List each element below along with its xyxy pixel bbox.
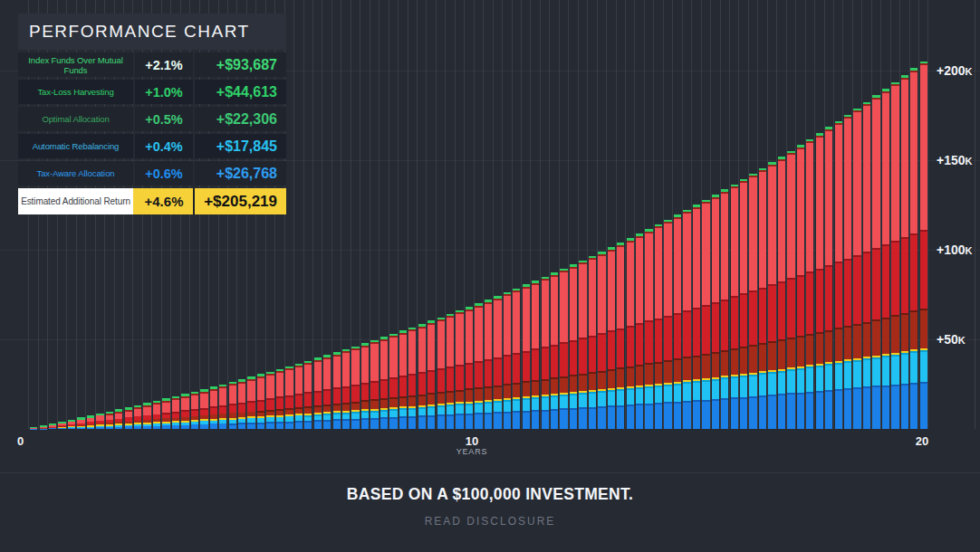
segment-tax-aware-allocation xyxy=(437,414,445,429)
stacked-bar-year-0.6 xyxy=(49,424,56,429)
x-tick-10: 10 xyxy=(436,434,508,448)
read-disclosure-link[interactable]: READ DISCLOSURE xyxy=(0,515,980,528)
segment-automatic-rebalancing xyxy=(456,404,463,414)
segment-tax-loss-harvesting xyxy=(655,319,662,362)
stacked-bar-year-11.2 xyxy=(523,284,530,429)
segment-tax-aware-allocation xyxy=(456,414,463,429)
stacked-bar-year-5.5 xyxy=(266,372,274,430)
segment-tax-loss-harvesting xyxy=(532,348,539,380)
stacked-bar-year-13.7 xyxy=(636,233,643,429)
segment-tax-loss-harvesting xyxy=(787,278,794,338)
segment-index-funds xyxy=(456,312,463,365)
segment-optimal-allocation xyxy=(304,406,312,414)
segment-optimal-allocation xyxy=(617,367,624,387)
segment-automatic-rebalancing xyxy=(627,388,634,404)
segment-tax-loss-harvesting xyxy=(636,323,643,365)
legend-row-1: Index Funds Over Mutual Funds+2.1%+$93,6… xyxy=(18,52,286,77)
stacked-bar-year-10.1 xyxy=(475,303,482,429)
legend-total-label: Estimated Additional Return xyxy=(18,188,133,214)
segment-automatic-rebalancing xyxy=(759,373,766,395)
segment-automatic-rebalancing xyxy=(901,353,908,384)
segment-tax-aware-allocation xyxy=(494,412,501,429)
segment-tax-aware-allocation xyxy=(143,426,150,429)
stacked-bar-year-16.2 xyxy=(749,174,756,429)
segment-index-funds xyxy=(570,267,577,340)
stacked-bar-year-5.1 xyxy=(247,376,255,429)
segment-tax-loss-harvesting xyxy=(485,359,492,386)
segment-optimal-allocation xyxy=(351,402,359,410)
segment-tax-aware-allocation xyxy=(579,407,586,429)
segment-index-funds xyxy=(513,290,520,353)
segment-automatic-rebalancing xyxy=(380,410,388,417)
stacked-bar-year-11.4 xyxy=(532,281,539,429)
stacked-bar-year-17.1 xyxy=(787,151,794,429)
stacked-bar-year-8.0 xyxy=(380,337,388,429)
segment-index-funds xyxy=(229,384,236,404)
gridline-horizontal xyxy=(0,250,980,251)
segment-tax-aware-allocation xyxy=(87,428,94,429)
stacked-bar-year-5.3 xyxy=(257,374,264,429)
segment-tax-aware-allocation xyxy=(323,420,331,429)
legend-row-value: +$26,768 xyxy=(195,161,286,186)
legend-panel: PERFORMANCE CHART Index Funds Over Mutua… xyxy=(18,14,286,214)
segment-optimal-allocation xyxy=(853,324,860,358)
segment-index-funds xyxy=(731,186,738,296)
segment-tax-loss-harvesting xyxy=(749,290,756,345)
stacked-bar-year-2.9 xyxy=(153,401,160,429)
segment-automatic-rebalancing xyxy=(361,411,369,418)
segment-tax-aware-allocation xyxy=(266,422,274,429)
segment-optimal-allocation xyxy=(589,372,596,390)
stacked-bar-year-4.2 xyxy=(210,386,217,429)
segment-tax-loss-harvesting xyxy=(494,357,501,385)
segment-tax-aware-allocation xyxy=(475,413,482,429)
segment-tax-aware-allocation xyxy=(181,425,188,429)
segment-index-funds xyxy=(408,329,416,374)
segment-index-funds xyxy=(863,104,870,252)
segment-tax-loss-harvesting xyxy=(333,387,341,403)
segment-optimal-allocation xyxy=(323,404,331,412)
y-tick-suffix: K xyxy=(966,156,973,167)
segment-tax-loss-harvesting xyxy=(437,368,445,392)
segment-automatic-rebalancing xyxy=(542,396,549,409)
segment-optimal-allocation xyxy=(532,380,539,395)
segment-automatic-rebalancing xyxy=(872,357,879,386)
stacked-bar-year-15.6 xyxy=(721,189,728,429)
segment-index-funds xyxy=(787,153,794,278)
segment-automatic-rebalancing xyxy=(532,397,539,410)
stacked-bar-year-15.8 xyxy=(731,185,738,430)
segment-index-funds xyxy=(901,78,908,237)
segment-index-funds xyxy=(143,405,150,415)
segment-automatic-rebalancing xyxy=(589,392,596,406)
segment-tax-aware-allocation xyxy=(589,407,596,429)
segment-index-funds xyxy=(285,368,293,395)
segment-tax-aware-allocation xyxy=(361,418,369,429)
segment-tax-aware-allocation xyxy=(210,424,217,429)
segment-tax-loss-harvesting xyxy=(380,379,388,398)
segment-automatic-rebalancing xyxy=(560,395,567,408)
segment-tax-aware-allocation xyxy=(655,403,662,429)
segment-index-funds xyxy=(523,287,530,351)
stacked-bar-year-7.6 xyxy=(361,343,369,429)
legend-total-row: Estimated Additional Return+4.6%+$205,21… xyxy=(18,188,286,214)
segment-tax-aware-allocation xyxy=(749,396,756,429)
y-tick-value: +100 xyxy=(937,243,966,257)
segment-index-funds xyxy=(295,366,303,394)
x-tick-0: 0 xyxy=(17,434,24,448)
segment-index-funds xyxy=(608,250,615,331)
legend-row-label: Automatic Rebalancing xyxy=(18,134,133,158)
stacked-bar-year-19.4 xyxy=(891,82,898,429)
stacked-bar-year-0.4 xyxy=(40,425,47,429)
stacked-bar-year-14.3 xyxy=(664,220,671,429)
segment-index-funds xyxy=(674,217,681,313)
stacked-bar-year-10.9 xyxy=(513,289,520,429)
segment-tax-aware-allocation xyxy=(825,390,832,429)
stacked-bar-year-12.0 xyxy=(560,269,567,429)
segment-automatic-rebalancing xyxy=(778,371,785,395)
segment-index-funds xyxy=(210,389,217,406)
segment-index-funds xyxy=(825,129,832,265)
y-tick-value: +150 xyxy=(937,153,966,167)
segment-optimal-allocation xyxy=(389,397,397,407)
legend-row-2: Tax-Loss Harvesting+1.0%+$44,613 xyxy=(18,80,286,104)
legend-row-percent: +1.0% xyxy=(135,80,193,104)
segment-index-funds xyxy=(134,407,141,416)
